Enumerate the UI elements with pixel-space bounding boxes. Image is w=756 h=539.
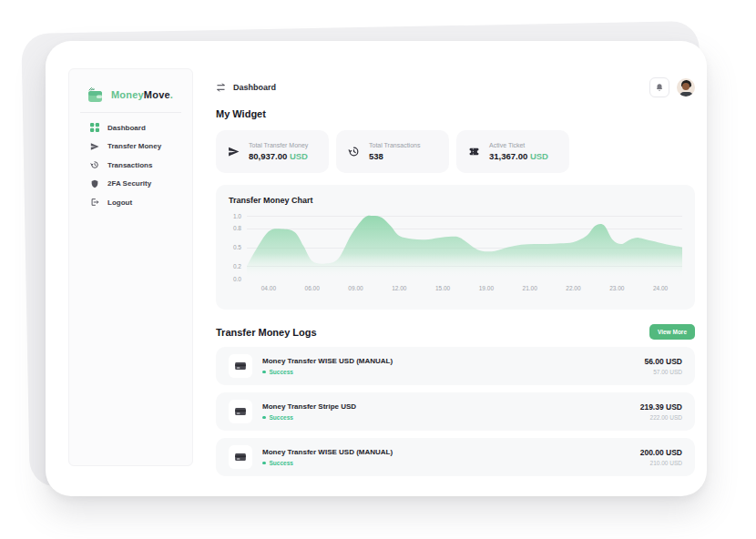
avatar-body <box>679 92 693 97</box>
log-status: Success <box>262 369 393 375</box>
y-tick: 0.8 <box>233 225 241 231</box>
stat-label: Total Transactions <box>369 142 420 148</box>
page: MoneyMove. Dashboard Transfer Money <box>0 0 756 539</box>
logs-header: Transfer Money Logs View More <box>216 324 695 340</box>
x-tick: 21.00 <box>508 285 552 291</box>
swap-arrows-icon <box>216 83 226 92</box>
sidebar-item-label: Transactions <box>107 161 152 169</box>
app-window: MoneyMove. Dashboard Transfer Money <box>46 41 707 496</box>
stat-cards: Total Transfer Money 80,937.00 USD Total… <box>216 130 695 173</box>
chart-plot-wrap: 1.0 0.8 0.5 0.2 0.0 <box>229 212 682 279</box>
sidebar-item-2fa-security[interactable]: 2FA Security <box>69 175 192 194</box>
top-bar: Dashboard <box>216 76 695 99</box>
success-dot-icon <box>262 371 266 374</box>
credit-card-icon <box>229 400 252 423</box>
paper-plane-icon <box>228 146 240 158</box>
log-amount: 56.00 USD <box>644 357 682 366</box>
x-tick: 12.00 <box>377 285 421 291</box>
x-tick: 04.00 <box>247 285 291 291</box>
log-row-3[interactable]: Money Transfer WISE USD (MANUAL) Success… <box>216 438 695 476</box>
history-clock-icon <box>89 160 99 170</box>
success-dot-icon <box>262 462 266 465</box>
x-tick: 15.00 <box>421 285 465 291</box>
stat-card-total-transactions: Total Transactions 538 <box>336 130 449 173</box>
x-tick: 19.00 <box>465 285 508 291</box>
view-more-button[interactable]: View More <box>649 324 695 340</box>
area-path <box>247 216 682 279</box>
stat-value: 538 <box>369 151 420 161</box>
logo: MoneyMove. <box>69 69 192 106</box>
log-status: Success <box>262 460 393 466</box>
ticket-icon <box>468 146 480 158</box>
stat-label: Total Transfer Money <box>249 142 308 148</box>
sidebar-item-logout[interactable]: Logout <box>69 193 192 212</box>
stat-value: 31,367.00 USD <box>489 151 548 161</box>
stat-label: Active Ticket <box>489 142 548 148</box>
notifications-button[interactable] <box>649 77 669 97</box>
user-avatar[interactable] <box>677 78 695 97</box>
sidebar-item-transactions[interactable]: Transactions <box>69 156 192 175</box>
y-tick: 1.0 <box>233 213 241 219</box>
sidebar: MoneyMove. Dashboard Transfer Money <box>68 68 193 466</box>
log-row-1[interactable]: Money Transfer WISE USD (MANUAL) Success… <box>216 347 695 385</box>
y-tick: 0.2 <box>233 263 241 270</box>
logo-text: MoneyMove. <box>111 89 173 100</box>
credit-card-icon <box>229 354 252 378</box>
sidebar-item-transfer-money[interactable]: Transfer Money <box>69 137 192 157</box>
chart-x-axis: 04.00 06.00 09.00 12.00 15.00 19.00 21.0… <box>247 285 682 291</box>
sidebar-item-dashboard[interactable]: Dashboard <box>69 118 192 137</box>
x-tick: 23.00 <box>595 285 639 291</box>
stat-card-active-ticket: Active Ticket 31,367.00 USD <box>456 130 569 173</box>
x-tick: 24.00 <box>639 285 682 291</box>
stat-value: 80,937.00 USD <box>249 151 308 161</box>
log-title: Money Transfer Stripe USD <box>262 402 356 411</box>
log-sub-amount: 57.00 USD <box>644 369 682 375</box>
y-tick: 0.0 <box>233 276 241 282</box>
sidebar-item-label: 2FA Security <box>107 179 151 188</box>
dashboard-grid-icon <box>89 123 99 133</box>
log-row-2[interactable]: Money Transfer Stripe USD Success 219.39… <box>216 392 695 431</box>
chart-title: Transfer Money Chart <box>229 196 682 205</box>
top-actions <box>649 77 695 97</box>
log-amount: 219.39 USD <box>640 402 682 412</box>
log-sub-amount: 222.00 USD <box>640 414 682 421</box>
success-dot-icon <box>262 416 266 420</box>
y-tick: 0.5 <box>233 244 241 250</box>
logs-section-title: Transfer Money Logs <box>216 327 317 338</box>
history-clock-icon <box>348 146 360 158</box>
log-title: Money Transfer WISE USD (MANUAL) <box>262 448 393 456</box>
chart-plot-area <box>247 212 682 279</box>
paper-plane-icon <box>89 141 99 151</box>
x-tick: 22.00 <box>552 285 596 291</box>
breadcrumb[interactable]: Dashboard <box>216 83 276 92</box>
log-status: Success <box>262 414 356 421</box>
shield-icon <box>89 178 99 188</box>
logout-icon <box>89 198 99 208</box>
breadcrumb-label: Dashboard <box>233 83 276 92</box>
main-content: Dashboard My Widget <box>216 76 695 476</box>
sidebar-item-label: Dashboard <box>107 124 146 132</box>
stat-card-total-transfer-money: Total Transfer Money 80,937.00 USD <box>216 130 329 173</box>
log-amount: 200.00 USD <box>640 448 682 457</box>
widgets-section-title: My Widget <box>216 108 695 119</box>
avatar-face <box>682 83 690 90</box>
bell-icon <box>655 83 664 92</box>
log-title: Money Transfer WISE USD (MANUAL) <box>262 357 393 365</box>
sidebar-item-label: Logout <box>107 198 132 207</box>
chart-y-axis: 1.0 0.8 0.5 0.2 0.0 <box>229 212 247 279</box>
sidebar-item-label: Transfer Money <box>107 142 161 150</box>
x-tick: 09.00 <box>334 285 378 291</box>
transfer-money-chart-card: Transfer Money Chart 1.0 0.8 0.5 0.2 0.0 <box>216 185 695 310</box>
transfer-chart-area <box>247 212 682 279</box>
sidebar-nav: Dashboard Transfer Money Transactions <box>69 113 192 212</box>
x-tick: 06.00 <box>291 285 334 291</box>
credit-card-icon <box>229 445 252 469</box>
log-sub-amount: 210.00 USD <box>640 460 682 466</box>
wallet-logo-icon <box>87 86 106 103</box>
